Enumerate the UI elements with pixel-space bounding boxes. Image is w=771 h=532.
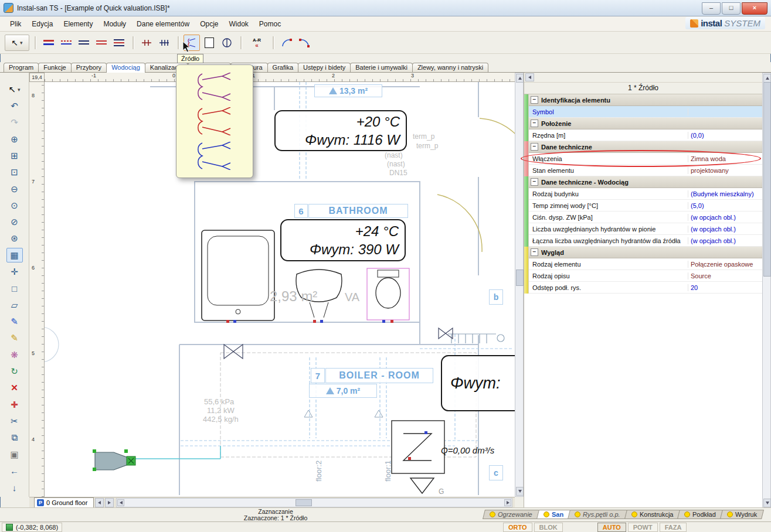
select-rect-button[interactable]: □ [6, 281, 23, 296]
menu-plik[interactable]: Plik [5, 18, 26, 30]
refresh-button[interactable]: ↻ [6, 364, 23, 378]
module-tab-ogrzewanie[interactable]: Ogrzewanie [483, 510, 539, 519]
pipe-style-hot-cold-button[interactable] [40, 35, 57, 51]
menu-moduly[interactable]: Moduły [98, 18, 131, 30]
source-symbol-red[interactable] [185, 107, 243, 135]
vertical-scroll-thumb[interactable] [516, 270, 524, 286]
tab-grafika[interactable]: Grafika [267, 63, 298, 72]
source-symbol-purple[interactable] [185, 73, 243, 101]
format-brush-button[interactable]: ❋ [6, 347, 23, 362]
tab-wodociag[interactable]: Wodociąg [106, 63, 145, 73]
menu-dane-elementow[interactable]: Dane elementów [131, 18, 195, 30]
drawing-canvas[interactable]: 13,3 m² +20 °C Φwym: 1116 W term_p term_… [45, 82, 515, 497]
collapse-icon[interactable]: − [531, 96, 538, 104]
zoom-pan-button[interactable]: ⊛ [6, 231, 23, 246]
property-row[interactable]: Odstęp podł. rys. 20 [529, 282, 762, 294]
property-row[interactable]: Ciśn. dysp. ZW [kPa] (w opcjach obl.) [529, 212, 762, 223]
nudge-down-button[interactable]: ↓ [6, 480, 23, 495]
zoom-extents-button[interactable]: ⊙ [6, 198, 23, 213]
temperature-label-bathroom[interactable]: +24 °C Φwym: 390 W [280, 219, 406, 261]
property-row[interactable]: Rodzaj budynku (Budynek mieszkalny) [529, 188, 762, 200]
sheet-next-button[interactable] [105, 498, 114, 507]
fitting-tool-button[interactable] [138, 35, 155, 51]
cut-button[interactable]: ✂ [6, 414, 23, 428]
group-header[interactable]: − Dane techniczne - Wodociąg [529, 176, 762, 188]
property-row[interactable]: Stan elementu projektowany [529, 165, 762, 176]
tab-baterie-i-umywalki[interactable]: Baterie i umywalki [350, 63, 413, 72]
nudge-left-button[interactable]: ← [6, 463, 23, 478]
connection-marker-c[interactable]: c [489, 465, 503, 480]
property-row[interactable]: Rodzaj opisu Source [529, 270, 762, 282]
contour-tool-button[interactable] [201, 35, 218, 51]
scroll-left-button[interactable] [117, 499, 124, 506]
panel-collapse-button[interactable] [525, 73, 534, 81]
text-style-button[interactable]: A-R « [246, 35, 267, 51]
sheet-tab-ground-floor[interactable]: P 0 Ground floor [34, 497, 94, 508]
zoom-selection-button[interactable]: ⊡ [6, 165, 23, 180]
pipe-style-cold-button[interactable] [76, 35, 92, 51]
zoom-window-button[interactable]: ⊞ [6, 148, 23, 163]
mode-auto-button[interactable]: AUTO [597, 523, 626, 532]
module-tab-rys-petli[interactable]: Rys.pętli o.p. [568, 510, 627, 519]
panel-scroll-thumb[interactable] [763, 82, 771, 277]
property-row[interactable]: Rzędna [m] (0,0) [529, 129, 762, 141]
zoom-out-button[interactable]: ⊖ [6, 182, 23, 196]
scroll-right-button[interactable] [504, 499, 511, 506]
pump-tool-button[interactable] [219, 35, 235, 51]
menu-widok[interactable]: Widok [224, 18, 254, 30]
module-tab-san[interactable]: San [536, 510, 570, 519]
tab-zlewy-wanny-natryski[interactable]: Zlewy, wanny i natryski [412, 63, 488, 72]
title-bar[interactable]: Instal-san TS - [Example of Quick valuat… [0, 0, 771, 16]
temperature-label-room-top[interactable]: +20 °C Φwym: 1116 W [274, 110, 407, 151]
sheet-prev-button[interactable] [95, 498, 104, 507]
select-tool-button[interactable]: ↖▾ [2, 82, 27, 97]
property-row[interactable]: Łączna liczba uwzględnianych hydrantów d… [529, 235, 762, 247]
collapse-icon[interactable]: − [531, 248, 538, 256]
collapse-icon[interactable]: − [531, 143, 538, 151]
tab-program[interactable]: Program [4, 63, 39, 72]
menu-opcje[interactable]: Opcje [195, 18, 223, 30]
scroll-up-button[interactable] [763, 74, 771, 83]
canvas-vertical-scrollbar[interactable] [515, 73, 524, 497]
insert-element-button[interactable]: ✚ [6, 397, 23, 412]
property-row-wlaczenia[interactable]: Włączenia Zimna woda [529, 153, 762, 165]
pipe-style-multi-button[interactable] [111, 35, 127, 51]
module-tab-wydruk[interactable]: Wydruk [720, 510, 764, 519]
horizontal-scroll-thumb[interactable] [296, 499, 312, 506]
zoom-in-button[interactable]: ⊕ [6, 132, 23, 146]
pen-tool-button[interactable]: ✎ [6, 331, 23, 346]
data-table-button[interactable]: ▦ [6, 248, 23, 262]
connection-marker-b[interactable]: b [489, 289, 503, 305]
menu-pomoc[interactable]: Pomoc [254, 18, 286, 30]
module-tab-podklad[interactable]: Podkład [677, 510, 723, 519]
module-tab-konstrukcja[interactable]: Konstrukcja [624, 510, 680, 519]
temperature-label-partial[interactable]: Φwym: [441, 355, 515, 411]
group-header[interactable]: − Identyfikacja elementu [529, 94, 762, 106]
collapse-icon[interactable]: − [531, 178, 538, 186]
pencil-tool-button[interactable]: ✎ [6, 314, 23, 329]
undo-button[interactable]: ↶ [6, 98, 23, 113]
property-row[interactable]: Temp zimnej wody [°C] (5,0) [529, 200, 762, 212]
canvas-horizontal-scrollbar[interactable] [116, 498, 512, 507]
select-tool-button[interactable]: ↖ ▾ [5, 35, 29, 51]
pan-hand-button[interactable]: ✛ [6, 264, 23, 279]
scroll-down-button[interactable] [516, 487, 524, 496]
mode-faza-button[interactable]: FAZA [660, 523, 687, 532]
pipe-style-circulation-button[interactable] [58, 35, 74, 51]
arc-tool-button[interactable] [278, 35, 295, 51]
mode-powt-button[interactable]: POWT [628, 523, 658, 532]
scroll-down-button[interactable] [763, 499, 771, 507]
menu-edycja[interactable]: Edycja [26, 18, 58, 30]
tab-przybory[interactable]: Przybory [71, 63, 107, 72]
close-button[interactable]: × [742, 2, 767, 15]
group-header[interactable]: − Dane techniczne [529, 141, 762, 153]
redo-button[interactable]: ↷ [6, 115, 23, 130]
property-row[interactable]: Rodzaj elementu Połączenie opaskowe [529, 258, 762, 270]
group-header[interactable]: − Wygląd [529, 247, 762, 258]
zoom-previous-button[interactable]: ⊘ [6, 215, 23, 230]
property-row[interactable]: Liczba uwzględnianych hydrantów w pionie… [529, 223, 762, 235]
mode-blok-button[interactable]: BLOK [534, 523, 563, 532]
group-header[interactable]: − Położenie [529, 118, 762, 129]
delete-button[interactable]: ✕ [6, 381, 23, 395]
maximize-button[interactable]: □ [722, 2, 741, 15]
